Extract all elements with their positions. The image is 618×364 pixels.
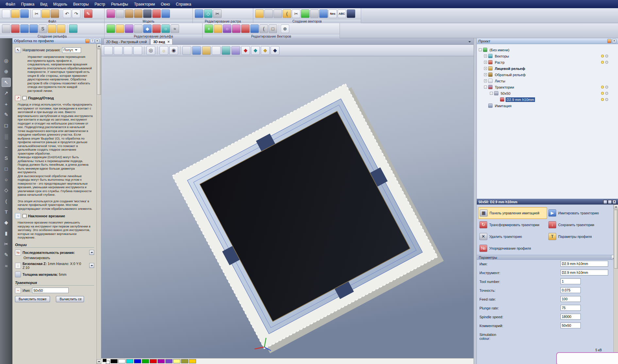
help-icon[interactable]: ? (90, 39, 94, 43)
polygon-tool-icon[interactable]: ◇ (2, 186, 11, 195)
calculate-later-button[interactable]: Вычислить позже (15, 296, 50, 302)
palette-swatch[interactable] (118, 359, 125, 363)
model-b-icon[interactable] (134, 9, 142, 18)
param-tool-number-input[interactable] (560, 278, 581, 284)
mask-icon[interactable] (143, 9, 152, 18)
swirl-icon[interactable]: S (39, 25, 47, 33)
freehand-tool-icon[interactable]: ~ (2, 142, 11, 152)
front-view-icon[interactable] (114, 46, 123, 55)
dot-grid-icon[interactable] (241, 25, 250, 33)
draft-diamond-icon[interactable]: ◆ (271, 46, 279, 55)
scroll-up-icon[interactable] (614, 205, 618, 209)
fill-tool-icon[interactable]: ◆ (2, 218, 11, 227)
expander-icon[interactable]: - (490, 92, 493, 95)
iso-view-icon[interactable] (104, 46, 113, 55)
xy-axes-icon[interactable] (192, 46, 201, 55)
panel-splitter[interactable] (474, 38, 477, 364)
relief-diamond-teal-icon[interactable]: ◆ (251, 46, 260, 55)
raster-diamond-icon[interactable]: ◇ (204, 9, 212, 18)
delete-toolpath-button[interactable]: ✕ Удалить траекторию (478, 231, 547, 242)
param-feed-rate-input[interactable] (560, 296, 581, 302)
param-tolerance-input[interactable] (560, 287, 581, 293)
open-file-icon[interactable] (11, 9, 20, 18)
tree-item-back-relief[interactable]: + Обратный рельеф (477, 72, 618, 78)
sculpt-icon[interactable] (29, 25, 38, 33)
flat-shade-icon[interactable] (182, 46, 191, 55)
panel-scrollbar[interactable] (96, 44, 101, 364)
float-icon[interactable] (608, 200, 612, 204)
columns-icon[interactable] (134, 25, 142, 33)
flower-icon[interactable] (250, 25, 259, 33)
tree-item-tool-d29[interactable]: D2.9 mm h10mm (477, 96, 618, 103)
star-relief-icon[interactable] (20, 25, 29, 33)
add-vector-icon[interactable]: + (205, 25, 213, 33)
lens-icon[interactable] (69, 25, 77, 33)
scrollbar-thumb[interactable] (97, 49, 101, 95)
smooth-tool-icon[interactable]: ≈ (2, 261, 11, 270)
menu-item-model[interactable]: Модель (50, 1, 70, 8)
rectangle-tool-icon[interactable]: □ (2, 164, 11, 173)
ramp-checkbox[interactable] (23, 214, 26, 218)
scrollbar-thumb[interactable] (614, 210, 618, 269)
lock-icon[interactable] (605, 55, 608, 58)
text-tool-icon[interactable]: T (2, 207, 11, 216)
plain-material-icon[interactable] (212, 46, 221, 55)
big-tool-icon[interactable] (347, 9, 355, 18)
profile-ordering-button[interactable]: № Упорядочивание профиля (478, 242, 547, 254)
raster-trim-icon[interactable]: ✂ (213, 9, 222, 18)
safe-z-dropdown[interactable] (89, 263, 94, 268)
close-tab-icon[interactable]: ✕ (167, 40, 170, 43)
menu-item-vectors[interactable]: Векторы (70, 1, 92, 8)
palette-swatch[interactable] (150, 359, 157, 363)
save-file-icon[interactable] (20, 9, 29, 18)
zoom-window-icon[interactable]: ◎ (146, 46, 155, 55)
visibility-bulb-icon[interactable] (601, 55, 604, 58)
pen-tool-icon[interactable]: ✎ (2, 250, 11, 259)
paste-icon[interactable] (51, 9, 59, 18)
tree-item-raster[interactable]: + Растр (477, 59, 618, 65)
violet-material-icon[interactable] (231, 46, 240, 55)
menu-item-help[interactable]: Справка (173, 1, 194, 8)
close-icon[interactable]: ✕ (95, 39, 99, 43)
relief-swirl-icon[interactable] (152, 25, 161, 33)
tree-item-simulation[interactable]: Имитация (477, 103, 618, 109)
expander-icon[interactable]: - (479, 48, 482, 51)
relief-diamond-gold-icon[interactable]: ◆ (261, 46, 270, 55)
transform-toolpath-button[interactable]: ↻ Трансформировать траектории (478, 219, 547, 231)
close-icon[interactable]: ✕ (612, 39, 616, 43)
pencil-tool-icon[interactable]: ✎ (2, 110, 11, 119)
arc-tool-icon[interactable]: ( (2, 196, 11, 206)
shading-eye-icon[interactable]: ◉ (169, 46, 178, 55)
raster-attach-icon[interactable] (195, 9, 203, 18)
lighting-icon[interactable]: ☼ (159, 46, 168, 55)
dock-icon[interactable] (603, 200, 607, 204)
square-edit-icon[interactable]: □ (269, 25, 277, 33)
pin-icon[interactable] (607, 39, 611, 43)
pattern-icon[interactable] (232, 25, 241, 33)
palette-swatch[interactable] (158, 359, 165, 363)
subpanel-scrollbar[interactable] (613, 205, 618, 364)
visibility-bulb-icon[interactable] (601, 86, 604, 89)
select-tool-icon[interactable]: ↖ (2, 78, 11, 87)
relief-donut-icon[interactable]: ○ (161, 25, 170, 33)
move-tool-icon[interactable]: + (2, 99, 11, 108)
vase-icon[interactable] (214, 25, 222, 33)
snap-nodes-icon[interactable] (264, 9, 273, 18)
cut-order-dropdown[interactable] (89, 250, 94, 255)
vector-offset-icon[interactable] (319, 9, 328, 18)
visibility-bulb-icon[interactable] (601, 61, 604, 64)
vector-check-icon[interactable] (301, 9, 309, 18)
tree-item-toolpath-50x50[interactable]: - 50x50 (477, 90, 618, 96)
texture-icon[interactable] (125, 25, 133, 33)
relief-wave-icon[interactable]: ≈ (171, 25, 179, 33)
toolpath-name-input[interactable] (32, 288, 69, 293)
palette-swatch[interactable] (189, 359, 196, 363)
text-abc-icon[interactable]: ABC (338, 9, 346, 18)
param-name-input[interactable] (560, 261, 608, 267)
lock-icon[interactable] (605, 98, 608, 101)
tree-item-sheets[interactable]: + Листы (477, 78, 618, 84)
copy-icon[interactable] (42, 9, 50, 18)
relief-smooth-icon[interactable] (107, 25, 115, 33)
close-icon[interactable]: ✕ (612, 200, 616, 204)
lock-icon[interactable] (605, 92, 608, 95)
